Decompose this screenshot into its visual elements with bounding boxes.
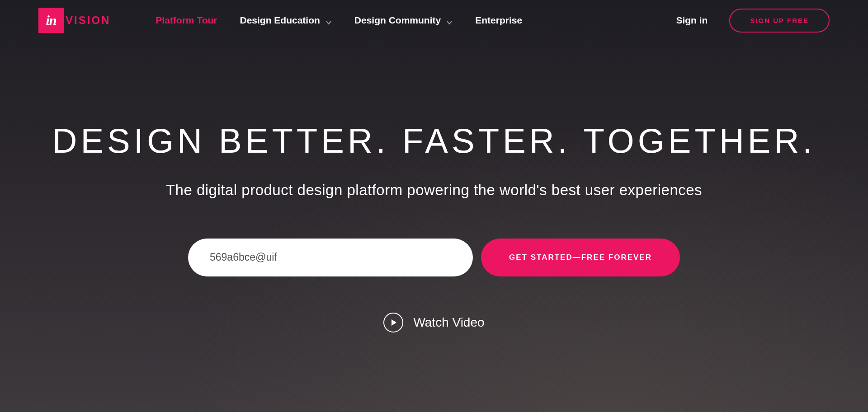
main-nav: Platform Tour Design Education Design Co… xyxy=(156,15,676,26)
nav-label: Platform Tour xyxy=(156,15,217,26)
site-header: in VISION Platform Tour Design Education… xyxy=(0,0,868,41)
logo-mark: in xyxy=(38,8,64,33)
watch-video-label: Watch Video xyxy=(413,315,484,330)
chevron-down-icon xyxy=(326,17,332,23)
hero-section: DESIGN BETTER. FASTER. TOGETHER. The dig… xyxy=(0,41,868,332)
logo-in-text: in xyxy=(46,13,56,28)
sign-up-free-button[interactable]: SIGN UP FREE xyxy=(729,9,830,33)
play-triangle-icon xyxy=(392,319,396,326)
play-icon xyxy=(383,313,403,332)
brand-logo[interactable]: in VISION xyxy=(38,8,110,33)
nav-enterprise[interactable]: Enterprise xyxy=(475,15,522,26)
get-started-button[interactable]: GET STARTED—FREE FOREVER xyxy=(481,239,680,276)
email-input[interactable] xyxy=(188,239,473,276)
hero-title: DESIGN BETTER. FASTER. TOGETHER. xyxy=(0,122,868,160)
chevron-down-icon xyxy=(446,17,453,23)
nav-label: Design Community xyxy=(354,15,441,26)
hero-subtitle: The digital product design platform powe… xyxy=(0,182,868,199)
logo-wordmark: VISION xyxy=(66,14,110,27)
nav-label: Enterprise xyxy=(475,15,522,26)
nav-design-education[interactable]: Design Education xyxy=(240,15,331,26)
watch-video-link[interactable]: Watch Video xyxy=(0,313,868,332)
cta-row: GET STARTED—FREE FOREVER xyxy=(0,239,868,276)
nav-label: Design Education xyxy=(240,15,320,26)
sign-in-link[interactable]: Sign in xyxy=(676,15,708,26)
nav-platform-tour[interactable]: Platform Tour xyxy=(156,15,217,26)
nav-design-community[interactable]: Design Community xyxy=(354,15,453,26)
header-actions: Sign in SIGN UP FREE xyxy=(676,9,830,33)
